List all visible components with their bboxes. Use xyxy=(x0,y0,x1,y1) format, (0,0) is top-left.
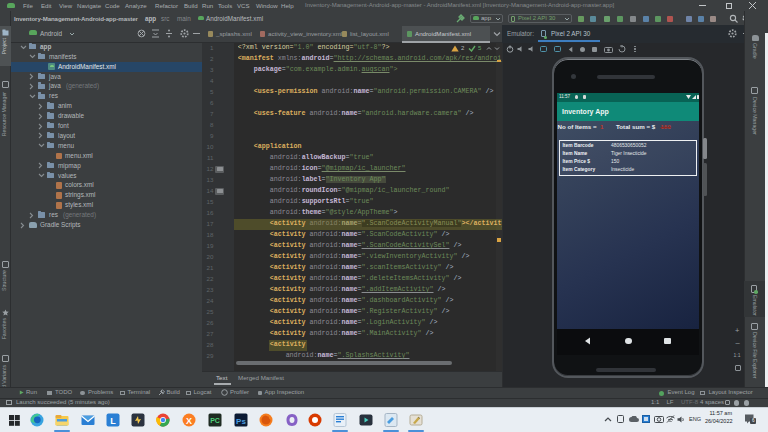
svg-text:X: X xyxy=(186,416,192,426)
svg-text:PC: PC xyxy=(210,417,220,424)
svg-text:Ps: Ps xyxy=(236,417,246,426)
svg-text:L: L xyxy=(110,416,116,426)
